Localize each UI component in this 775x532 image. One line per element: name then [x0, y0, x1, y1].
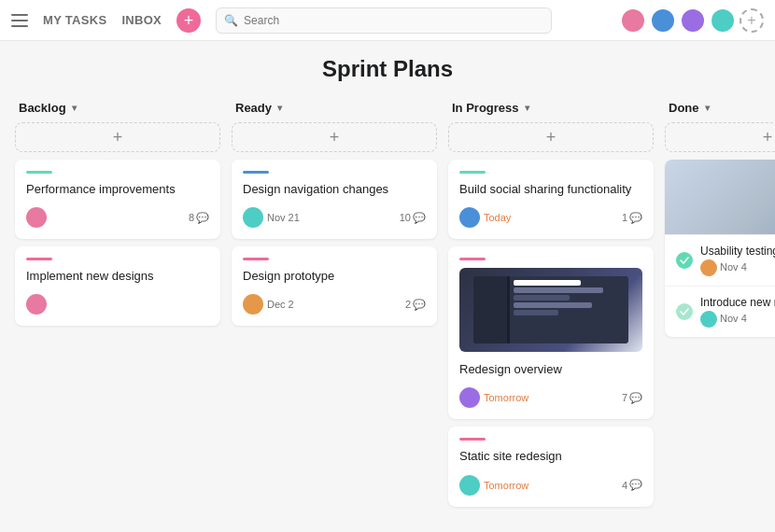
search-bar[interactable]: 🔍 — [216, 7, 552, 34]
card-redesign: Redesign overview Tomorrow 7 💬 — [448, 246, 654, 419]
card-image-redesign — [459, 268, 642, 352]
column-backlog: Backlog ▾ + Performance improvements 8 💬… — [15, 93, 220, 514]
card-image-inner — [473, 276, 629, 343]
card-title-newdesigns: Implement new designs — [26, 268, 209, 285]
done-card-date-intronav: Nov 4 — [700, 311, 775, 328]
card-designproto: Design prototype Dec 2 2 💬 — [232, 246, 437, 326]
done-item-usability: Usability testing Nov 4 — [665, 234, 775, 286]
card-footer-social: Today 1 💬 — [459, 207, 642, 228]
column-title-ready: Ready — [235, 101, 272, 115]
chevron-down-icon: ▾ — [72, 103, 77, 113]
comment-icon-redesign: 💬 — [629, 392, 642, 404]
comment-icon-static: 💬 — [629, 479, 642, 491]
chevron-down-icon-done: ▾ — [705, 103, 710, 113]
comment-icon-perf: 💬 — [196, 212, 209, 224]
card-avatar-designproto: Dec 2 — [243, 294, 294, 315]
add-member-button[interactable]: + — [740, 8, 764, 33]
card-date-designnav: Nov 21 — [267, 212, 300, 223]
kanban-board: Backlog ▾ + Performance improvements 8 💬… — [0, 93, 775, 529]
done-image — [665, 160, 775, 234]
card-footer-perf: 8 💬 — [26, 207, 209, 228]
card-footer-redesign: Tomorrow 7 💬 — [459, 387, 642, 408]
search-icon: 🔍 — [224, 14, 238, 27]
add-button[interactable]: + — [176, 8, 201, 33]
card-date-redesign: Tomorrow — [484, 392, 528, 403]
column-ready: Ready ▾ + Design navigation changes Nov … — [232, 93, 437, 514]
column-header-backlog[interactable]: Backlog ▾ — [15, 93, 220, 122]
add-card-inprogress-button[interactable]: + — [448, 122, 654, 152]
done-item-intronav: Introduce new navigation Nov 4 — [665, 286, 775, 337]
comment-count-redesign: 7 💬 — [622, 392, 642, 404]
done-image-card: Usability testing Nov 4 Introduce new na… — [665, 160, 775, 337]
avatar-perf — [26, 207, 47, 228]
done-card-title-intronav: Introduce new navigation — [700, 296, 775, 309]
card-title-redesign: Redesign overview — [459, 361, 642, 378]
card-footer-designproto: Dec 2 2 💬 — [243, 294, 426, 315]
column-inprogress: In Progress ▾ + Build social sharing fun… — [448, 93, 654, 514]
avatar-4 — [710, 7, 736, 34]
card-title-designproto: Design prototype — [243, 268, 426, 285]
card-date-static: Tomorrow — [484, 480, 528, 491]
status-circle-intronav — [676, 303, 693, 320]
img-main — [510, 276, 628, 343]
card-newdesigns: Implement new designs — [15, 246, 220, 326]
card-avatar-social: Today — [459, 207, 511, 228]
done-card-info-usability: Usability testing Nov 4 — [700, 245, 775, 276]
card-social: Build social sharing functionality Today… — [448, 160, 654, 239]
my-tasks-link[interactable]: MY TASKS — [43, 13, 106, 27]
done-card-date-usability: Nov 4 — [700, 259, 775, 276]
card-date-social: Today — [484, 212, 511, 223]
add-card-ready-button[interactable]: + — [232, 122, 437, 152]
hamburger-menu-icon[interactable] — [11, 14, 28, 27]
card-date-designproto: Dec 2 — [267, 299, 294, 310]
card-title-static: Static site redesign — [459, 448, 642, 465]
inbox-link[interactable]: INBOX — [121, 13, 162, 27]
page-header: Sprint Plans — [0, 41, 775, 93]
card-accent-perf — [26, 171, 52, 174]
chevron-down-icon-inprogress: ▾ — [525, 103, 529, 113]
card-footer-newdesigns — [26, 294, 209, 315]
avatar-designnav — [243, 207, 263, 228]
avatar-group: + — [620, 7, 764, 34]
card-title-designnav: Design navigation changes — [243, 181, 426, 198]
card-accent-designproto — [243, 258, 269, 260]
page-title: Sprint Plans — [0, 56, 775, 82]
card-avatar-static: Tomorrow — [459, 475, 528, 496]
comment-count-social: 1 💬 — [622, 212, 642, 224]
card-accent-newdesigns — [26, 258, 52, 260]
comment-count-static: 4 💬 — [622, 479, 642, 491]
card-footer-static: Tomorrow 4 💬 — [459, 475, 642, 496]
column-done: Done ▾ + Usability testing Nov 4 — [665, 93, 775, 514]
column-header-inprogress[interactable]: In Progress ▾ — [448, 93, 654, 122]
add-card-backlog-button[interactable]: + — [15, 122, 220, 152]
comment-count-designnav: 10 💬 — [400, 212, 426, 224]
card-avatar-redesign: Tomorrow — [459, 387, 528, 408]
avatar-3 — [680, 7, 706, 34]
avatar-social — [459, 207, 480, 228]
card-footer-designnav: Nov 21 10 💬 — [243, 207, 426, 228]
comment-icon-designnav: 💬 — [413, 212, 426, 224]
avatar-1 — [620, 7, 646, 34]
card-accent-static — [459, 438, 486, 441]
comment-icon-social: 💬 — [629, 212, 642, 224]
top-nav: MY TASKS INBOX + 🔍 + — [0, 0, 775, 41]
card-avatar-designnav: Nov 21 — [243, 207, 300, 228]
column-header-ready[interactable]: Ready ▾ — [232, 93, 437, 122]
add-card-done-button[interactable]: + — [665, 122, 775, 152]
search-input[interactable] — [244, 14, 543, 27]
check-icon-intronav — [680, 308, 689, 315]
status-circle-usability — [676, 252, 693, 269]
column-header-done[interactable]: Done ▾ — [665, 93, 775, 122]
card-title-social: Build social sharing functionality — [459, 181, 642, 198]
done-card-info-intronav: Introduce new navigation Nov 4 — [700, 296, 775, 328]
avatar-designproto — [243, 294, 263, 315]
card-avatar-perf — [26, 207, 47, 228]
column-title-done: Done — [669, 101, 699, 115]
chevron-down-icon-ready: ▾ — [277, 103, 282, 113]
img-sidebar — [473, 276, 508, 343]
avatar-usability — [700, 259, 717, 276]
card-accent-redesign — [459, 258, 486, 260]
avatar-static — [459, 475, 480, 496]
check-icon-usability — [680, 257, 689, 264]
card-accent-social — [459, 171, 486, 174]
